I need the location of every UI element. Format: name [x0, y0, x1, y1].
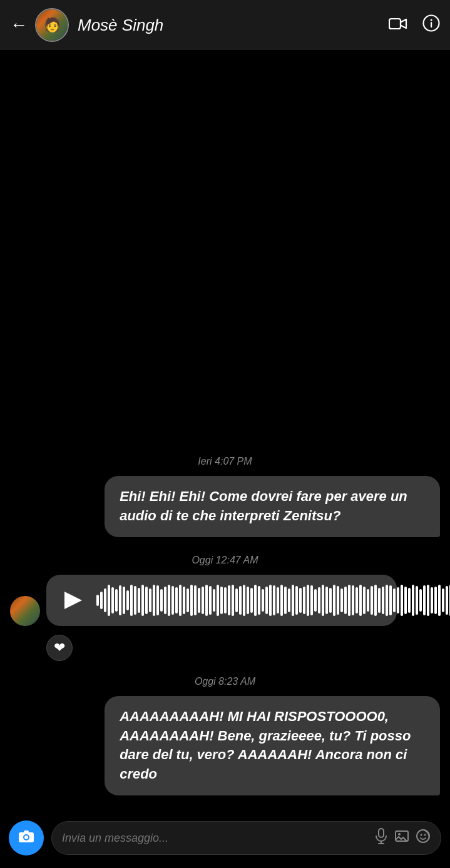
waveform-bar	[355, 587, 358, 613]
chat-area: Ieri 4:07 PM Ehi! Ehi! Ehi! Come dovrei …	[0, 50, 450, 813]
sender-avatar	[10, 596, 40, 626]
waveform-bar	[446, 586, 448, 615]
svg-point-15	[424, 834, 426, 836]
waveform-bar	[397, 587, 399, 613]
waveform-bar	[171, 586, 174, 615]
waveform-bar	[273, 585, 275, 615]
chat-header: ← 🧑 Mosè Singh	[0, 0, 450, 50]
play-button[interactable]	[59, 586, 88, 615]
waveform-bar	[100, 592, 103, 609]
waveform-bar	[224, 587, 227, 613]
waveform-bar	[378, 588, 381, 613]
waveform-bar	[329, 588, 332, 613]
camera-button[interactable]	[9, 820, 44, 855]
waveform-bar	[220, 587, 223, 614]
message-input-bar	[0, 813, 450, 868]
waveform-bar	[292, 585, 294, 616]
waveform-bar	[175, 587, 178, 613]
svg-rect-8	[379, 829, 384, 837]
waveform-bar	[232, 585, 234, 616]
waveform-bar	[359, 585, 362, 616]
waveform-bar	[149, 588, 151, 612]
waveform-bar	[243, 585, 245, 616]
svg-point-3	[431, 19, 432, 21]
contact-name[interactable]: Mosè Singh	[78, 16, 389, 35]
waveform-bar	[160, 589, 163, 612]
waveform-bar	[363, 587, 366, 614]
waveform-bar	[209, 586, 212, 615]
waveform-bar	[404, 587, 407, 614]
sent-bubble-1: Ehi! Ehi! Ehi! Come dovrei fare per aver…	[105, 476, 440, 537]
message-input[interactable]	[62, 832, 368, 845]
waveform-bar	[280, 585, 283, 616]
waveform-bar	[134, 586, 136, 615]
waveform-bar	[247, 587, 249, 614]
header-actions	[389, 14, 440, 36]
audio-bubble[interactable]	[46, 575, 397, 626]
waveform-bar	[190, 585, 193, 616]
svg-rect-0	[389, 19, 401, 29]
contact-avatar[interactable]: 🧑	[35, 8, 69, 42]
audio-waveform	[96, 585, 450, 616]
info-icon[interactable]	[422, 14, 440, 36]
waveform-bar	[164, 587, 166, 614]
waveform-bar	[156, 585, 159, 615]
waveform-bar	[382, 587, 384, 614]
waveform-bar	[434, 587, 437, 614]
waveform-bar	[269, 585, 272, 616]
svg-point-14	[421, 834, 422, 836]
waveform-bar	[348, 585, 350, 616]
message-input-area[interactable]	[51, 821, 441, 855]
waveform-bar	[258, 586, 260, 615]
waveform-bar	[104, 588, 106, 612]
waveform-bar	[412, 585, 414, 616]
waveform-bar	[217, 585, 219, 616]
waveform-bar	[438, 585, 441, 616]
svg-rect-7	[24, 830, 29, 833]
waveform-bar	[419, 589, 422, 612]
received-audio-message	[10, 575, 440, 626]
waveform-bar	[138, 588, 140, 613]
waveform-bar	[288, 588, 290, 612]
waveform-bar	[371, 586, 373, 615]
video-call-icon[interactable]	[389, 16, 407, 35]
waveform-bar	[344, 587, 347, 614]
sticker-icon[interactable]	[416, 829, 431, 847]
waveform-bar	[130, 585, 133, 616]
waveform-bar	[96, 595, 99, 606]
waveform-bar	[254, 585, 257, 616]
waveform-bar	[325, 587, 328, 614]
waveform-bar	[194, 585, 197, 615]
waveform-bar	[374, 585, 377, 616]
waveform-bar	[295, 586, 298, 615]
heart-reaction[interactable]: ❤	[46, 635, 73, 661]
waveform-bar	[126, 590, 129, 610]
waveform-bar	[145, 587, 148, 614]
waveform-bar	[393, 588, 396, 612]
waveform-bar	[318, 587, 320, 613]
svg-point-12	[398, 833, 401, 835]
waveform-bar	[235, 588, 238, 612]
waveform-bar	[213, 589, 215, 612]
waveform-bar	[303, 587, 305, 614]
image-icon[interactable]	[394, 829, 409, 847]
waveform-bar	[322, 585, 324, 616]
waveform-bar	[108, 585, 110, 616]
waveform-bar	[187, 588, 189, 612]
back-button[interactable]: ←	[10, 16, 28, 34]
waveform-bar	[386, 585, 388, 616]
sent-message-1: Ehi! Ehi! Ehi! Come dovrei fare per aver…	[10, 476, 440, 537]
waveform-bar	[250, 588, 253, 613]
microphone-icon[interactable]	[374, 828, 388, 848]
sent-bubble-2: AAAAAAAAAH! MI HAI RISPOSTOOOO0, AAAAAAA…	[105, 696, 440, 795]
waveform-bar	[299, 588, 302, 613]
waveform-bar	[314, 589, 317, 612]
waveform-bar	[367, 589, 369, 612]
waveform-bar	[198, 588, 200, 613]
waveform-bar	[183, 587, 185, 614]
waveform-bar	[340, 588, 343, 612]
waveform-bar	[408, 588, 411, 613]
waveform-bar	[179, 585, 182, 616]
waveform-bar	[119, 585, 121, 615]
waveform-bar	[416, 586, 418, 615]
